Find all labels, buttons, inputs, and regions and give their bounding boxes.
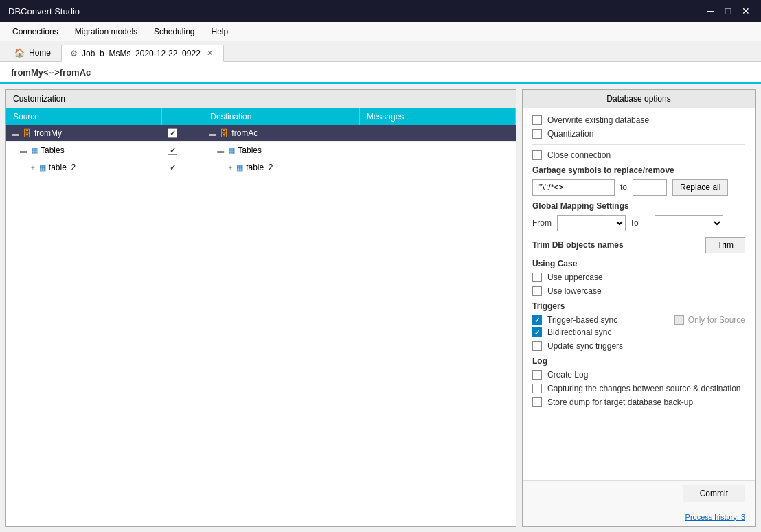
col-destination: Destination (203, 108, 359, 125)
update-sync-checkbox[interactable] (532, 341, 542, 351)
breadcrumb: fromMy<-->fromAc (11, 67, 91, 78)
plus-icon-dest-2: + (228, 164, 232, 172)
process-history-link[interactable]: Process history: 3 (685, 513, 745, 521)
divider-1 (532, 144, 745, 145)
lowercase-label: Use lowercase (547, 286, 602, 296)
source-name-1: Tables (41, 146, 65, 155)
title-bar: DBConvert Studio ─ □ ✕ (0, 0, 761, 22)
create-log-label: Create Log (547, 370, 588, 380)
store-dump-row: Store dump for target database back-up (532, 397, 745, 407)
tab-job-label: Job_b_MsMs_2020-12-22_0922 (82, 49, 201, 58)
maximize-button[interactable]: □ (721, 4, 735, 18)
table-row[interactable]: + ▦ table_2 + ▦ table_2 (6, 159, 516, 176)
overwrite-checkbox[interactable] (532, 115, 542, 125)
dest-name-1: Tables (238, 146, 262, 155)
table-row[interactable]: ▬ 🗄 fromMy ▬ 🗄 fromAc (6, 125, 516, 142)
trim-db-title: Trim DB objects names (532, 240, 624, 250)
bidirectional-row: Bidirectional sync (532, 327, 745, 337)
close-connection-checkbox[interactable] (532, 150, 542, 160)
tab-job[interactable]: ⚙ Job_b_MsMs_2020-12-22_0922 ✕ (61, 45, 224, 62)
checkbox-cell-0[interactable] (162, 125, 203, 141)
dest-name-0: fromAc (231, 128, 258, 138)
menu-help[interactable]: Help (204, 24, 235, 39)
messages-cell-0 (360, 125, 516, 141)
close-connection-row: Close connection (532, 150, 745, 160)
menu-connections[interactable]: Connections (5, 24, 65, 39)
bidirectional-checkbox[interactable] (532, 327, 542, 337)
capturing-row: Capturing the changes between source & d… (532, 384, 745, 393)
checkbox-cell-1[interactable] (162, 142, 203, 159)
menu-scheduling[interactable]: Scheduling (147, 24, 201, 39)
minimize-button[interactable]: ─ (703, 4, 717, 18)
mapping-to-label: To (630, 218, 650, 228)
right-content: Overwrite existing database Quantization… (523, 108, 755, 480)
window-controls: ─ □ ✕ (703, 4, 753, 18)
mapping-row: From To (532, 215, 745, 231)
using-case-title: Using Case (532, 259, 745, 268)
uppercase-row: Use uppercase (532, 273, 745, 282)
tab-close-button[interactable]: ✕ (205, 48, 215, 58)
source-name-2: table_2 (49, 163, 76, 172)
row-checkbox-2[interactable] (168, 163, 177, 172)
garbage-replace-input[interactable] (633, 179, 667, 196)
dest-name-2: table_2 (246, 163, 273, 172)
minus-icon-1: ▬ (20, 147, 27, 154)
mapping-to-select[interactable] (655, 215, 723, 231)
capturing-label: Capturing the changes between source & d… (547, 384, 741, 393)
quantization-checkbox[interactable] (532, 129, 542, 139)
only-for-source-checkbox[interactable] (674, 315, 684, 325)
checkbox-cell-2[interactable] (162, 159, 203, 176)
table-row[interactable]: ▬ ▦ Tables ▬ ▦ Tables (6, 142, 516, 159)
create-log-checkbox[interactable] (532, 370, 542, 380)
menu-migration-models[interactable]: Migration models (68, 24, 144, 39)
source-cell-0: ▬ 🗄 fromMy (6, 125, 162, 141)
right-panel: Database options Overwrite existing data… (522, 89, 756, 527)
commit-button[interactable]: Commit (683, 485, 745, 502)
replace-all-button[interactable]: Replace all (672, 179, 728, 196)
tab-home-label: Home (29, 48, 51, 58)
only-for-source-group: Only for Source (674, 315, 745, 325)
table-icon-source-1: ▦ (31, 146, 38, 155)
col-checkbox (162, 108, 203, 125)
overwrite-row: Overwrite existing database (532, 115, 745, 125)
db-options-header: Database options (523, 90, 755, 108)
close-connection-label: Close connection (547, 150, 611, 160)
update-sync-label: Update sync triggers (547, 341, 623, 351)
dest-cell-2: + ▦ table_2 (203, 159, 359, 176)
tree-header: Source Destination Messages (6, 108, 516, 125)
trigger-based-label: Trigger-based sync (547, 315, 617, 325)
source-name-0: fromMy (34, 128, 62, 138)
trim-button[interactable]: Trim (705, 237, 745, 253)
store-dump-checkbox[interactable] (532, 397, 542, 407)
col-source: Source (6, 108, 162, 125)
source-cell-2: + ▦ table_2 (6, 159, 162, 176)
breadcrumb-bar: fromMy<-->fromAc (0, 62, 761, 84)
lowercase-row: Use lowercase (532, 286, 745, 296)
db-icon-source-0: 🗄 (23, 128, 32, 139)
left-panel: Customization Source Destination Message… (5, 89, 516, 527)
quantization-label: Quantization (547, 129, 593, 139)
only-for-source-label: Only for Source (688, 315, 745, 325)
row-checkbox-0[interactable] (168, 128, 177, 138)
window-footer: Process history: 3 (523, 507, 755, 526)
capturing-checkbox[interactable] (532, 384, 542, 393)
minus-icon-dest-1: ▬ (217, 147, 224, 154)
tab-home[interactable]: 🏠 Home (5, 45, 60, 61)
uppercase-checkbox[interactable] (532, 273, 542, 282)
row-checkbox-1[interactable] (168, 146, 177, 155)
lowercase-checkbox[interactable] (532, 286, 542, 296)
garbage-to-label: to (620, 183, 627, 192)
close-button[interactable]: ✕ (739, 4, 753, 18)
customization-header: Customization (6, 90, 516, 108)
menu-bar: Connections Migration models Scheduling … (0, 22, 761, 41)
app-title: DBConvert Studio (8, 6, 80, 16)
mapping-from-select[interactable] (557, 215, 626, 231)
bidirectional-label: Bidirectional sync (547, 327, 611, 337)
create-log-row: Create Log (532, 370, 745, 380)
trigger-based-checkbox[interactable] (532, 315, 542, 325)
garbage-input[interactable] (532, 179, 615, 196)
table-icon-dest-2: ▦ (236, 163, 243, 172)
minus-icon-0: ▬ (12, 130, 19, 137)
plus-icon-2: + (31, 164, 35, 172)
garbage-row: to Replace all (532, 179, 745, 196)
